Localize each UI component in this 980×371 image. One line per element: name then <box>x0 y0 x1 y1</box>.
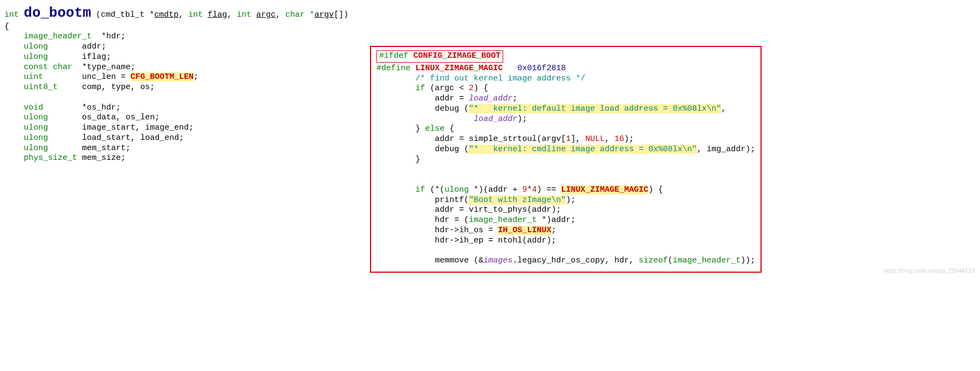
text: []) <box>334 10 348 19</box>
string-literal: "Boot with zImage\n" <box>469 195 566 205</box>
ifdef-highlight-box: #ifdef CONFIG_ZIMAGE_BOOT <box>376 50 503 63</box>
code-line: phys_size_t mem_size; <box>4 153 348 164</box>
number: 9 <box>522 185 527 194</box>
text: ); <box>566 195 575 205</box>
number: 1 <box>566 134 571 144</box>
identifier: images <box>483 256 512 265</box>
code-line: debug ("* kernel: cmdline image address … <box>376 145 755 155</box>
type-keyword: ulong <box>24 133 48 143</box>
type-keyword: ulong <box>24 113 48 122</box>
var: *type_name; <box>82 63 135 72</box>
text: ); <box>517 114 527 124</box>
code-line: hdr = (image_header_t *)addr; <box>376 215 755 226</box>
text: addr = simple_strtoul(argv[ <box>435 134 566 144</box>
text: memmove (& <box>435 256 483 265</box>
code-line: #define LINUX_ZIMAGE_MAGIC 0x016f2818 <box>376 64 755 74</box>
watermark-text: https://blog.csdn.net/qq_25544223 <box>883 267 975 275</box>
keyword: if <box>415 84 425 93</box>
code-line: uint8_t comp, type, os; <box>4 83 348 93</box>
var: mem_size; <box>82 153 126 163</box>
text: ); <box>624 134 634 144</box>
param-name: argc <box>256 10 276 19</box>
text: hdr->ih_os = <box>435 226 498 235</box>
number: 16 <box>614 134 624 144</box>
text: ; <box>512 94 517 103</box>
text: )); <box>741 256 755 265</box>
preproc-keyword: #define <box>376 64 410 73</box>
var: mem_start; <box>82 144 131 153</box>
code-line: if (*(ulong *)(addr + 9*4) == LINUX_ZIMA… <box>376 185 755 195</box>
type-keyword: ulong <box>24 52 48 62</box>
type-keyword: image_header_t <box>469 215 537 225</box>
type-keyword: void <box>24 103 43 112</box>
code-line: addr = simple_strtoul(argv[1], NULL, 16)… <box>376 134 755 145</box>
code-line: addr = load_addr; <box>376 94 755 104</box>
preproc-symbol: CONFIG_ZIMAGE_BOOT <box>408 51 501 60</box>
constant: LINUX_ZIMAGE_MAGIC <box>561 185 648 194</box>
text: (*( <box>425 185 444 194</box>
brace: } <box>415 155 420 164</box>
var: iflag; <box>82 52 111 62</box>
code-line: hdr->ih_ep = ntohl(addr); <box>376 236 755 246</box>
keyword: if <box>415 185 425 194</box>
preproc-symbol: LINUX_ZIMAGE_MAGIC <box>410 64 503 73</box>
text: hdr->ih_ep = ntohl(addr); <box>435 236 556 245</box>
param-name: flag <box>208 10 227 19</box>
param-type: int <box>188 10 203 19</box>
identifier: load_addr <box>469 94 512 103</box>
text: .legacy_hdr_os_copy, hdr, <box>512 256 639 265</box>
text: ( <box>668 256 673 265</box>
text: hdr = ( <box>435 215 469 225</box>
keyword: else <box>425 124 444 133</box>
code-line: debug ("* kernel: default image load add… <box>376 104 755 114</box>
code-line: ulong load_start, load_end; <box>4 133 348 144</box>
text: *)addr; <box>537 215 575 225</box>
var: *os_hdr; <box>82 103 121 112</box>
text: *)(addr + <box>469 185 522 194</box>
type-keyword: ulong <box>24 144 48 153</box>
code-line: const char *type_name; <box>4 63 348 73</box>
code-line: uint unc_len = CFG_BOOTM_LEN; <box>4 72 348 83</box>
constant: IH_OS_LINUX <box>498 226 551 235</box>
code-line: if (argc < 2) { <box>376 84 755 94</box>
var: load_start, load_end; <box>82 133 184 143</box>
type-keyword: ulong <box>24 123 48 132</box>
text: addr = <box>435 94 469 103</box>
number: 4 <box>532 185 537 194</box>
code-line: ulong os_data, os_len; <box>4 113 348 123</box>
text: , <box>721 104 726 113</box>
text: debug ( <box>435 104 469 113</box>
function-name: do_bootm <box>24 5 91 21</box>
constant: CFG_BOOTM_LEN <box>131 72 194 82</box>
keyword: sizeof <box>639 256 668 265</box>
code-line: memmove (&images.legacy_hdr_os_copy, hdr… <box>376 256 755 266</box>
string-literal: "* kernel: cmdline image address = 0x%08… <box>469 145 697 154</box>
hex-literal: 0x016f2818 <box>517 64 566 73</box>
type-keyword: ulong <box>24 42 48 51</box>
text: printf( <box>435 195 469 205</box>
type-keyword: const char <box>24 63 72 72</box>
text: ], <box>571 134 585 144</box>
comment: /* find out kernel image address */ <box>415 74 585 83</box>
type-keyword: image_header_t <box>673 256 741 265</box>
text: , img_addr); <box>697 145 755 154</box>
code-line: } else { <box>376 124 755 134</box>
number: 2 <box>469 84 474 93</box>
code-line: ulong addr; <box>4 42 348 52</box>
code-line: void *os_hdr; <box>4 103 348 113</box>
var: unc_len = <box>82 72 131 82</box>
brace: { <box>444 124 454 133</box>
param-type: int <box>237 10 251 19</box>
var: *hdr; <box>92 32 126 41</box>
code-line: ulong image_start, image_end; <box>4 123 348 133</box>
type-keyword: uint8_t <box>24 83 58 92</box>
code-line: printf("Boot with zImage\n"); <box>376 195 755 206</box>
text: addr = virt_to_phys(addr); <box>435 205 561 214</box>
highlighted-code-block: #ifdef CONFIG_ZIMAGE_BOOT #define LINUX_… <box>370 46 762 273</box>
null-literal: NULL <box>585 134 605 144</box>
text: ) { <box>474 84 488 93</box>
type-keyword: ulong <box>444 185 469 194</box>
text: debug ( <box>435 145 469 154</box>
code-line: int do_bootm (cmd_tbl_t *cmdtp, int flag… <box>4 4 348 22</box>
preproc-keyword: #ifdef <box>379 51 408 60</box>
